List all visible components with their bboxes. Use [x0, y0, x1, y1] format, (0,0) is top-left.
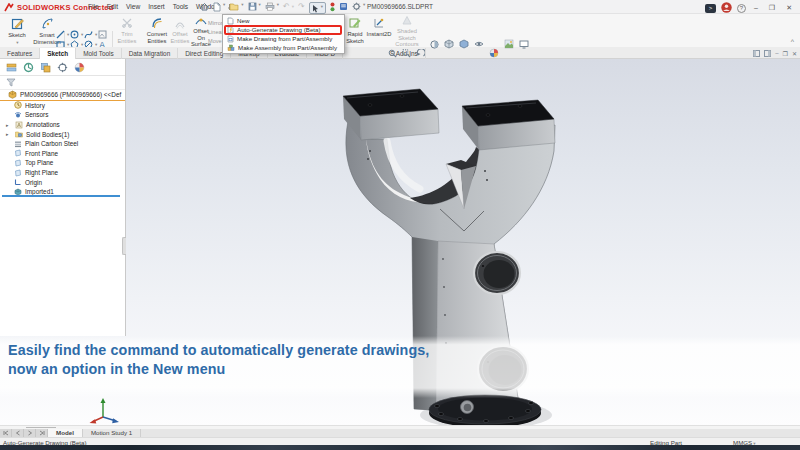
trim-entities-icon: [121, 17, 133, 29]
new-flyout-menu: New Auto-Generate Drawing (Beta) Make Dr…: [222, 14, 345, 54]
tree-item-annotations[interactable]: Annotations: [0, 120, 125, 130]
pane-left-icon[interactable]: [753, 50, 760, 57]
trim-entities-tool[interactable]: Trim Entities: [113, 17, 141, 44]
manager-pane-tabs: [0, 59, 125, 76]
rapid-sketch-tool[interactable]: Rapid Sketch: [344, 17, 366, 44]
help-icon[interactable]: ?: [737, 4, 746, 13]
tree-item-front-plane[interactable]: Front Plane: [0, 149, 125, 159]
motion-study-tab[interactable]: Motion Study 1: [83, 429, 141, 437]
auto-generate-drawing-icon: [227, 26, 234, 34]
plane-icon: [14, 169, 22, 177]
dimxpert-manager-tab-icon[interactable]: [57, 62, 68, 73]
configuration-manager-tab-icon[interactable]: [40, 62, 51, 73]
tree-item-right-plane[interactable]: Right Plane: [0, 168, 125, 178]
instant2d-tool[interactable]: Instant2D: [366, 17, 392, 38]
feature-manager-tab-icon[interactable]: [6, 62, 17, 73]
tab-sketch[interactable]: Sketch: [40, 48, 76, 59]
make-drawing-icon: [227, 35, 234, 43]
convert-entities-icon: [151, 17, 163, 29]
previous-view-icon[interactable]: [416, 49, 425, 58]
tab-scroll-last-button[interactable]: [36, 429, 48, 437]
linear-sketch-pattern-tool[interactable]: Linear Sketch Pattern: [206, 28, 223, 37]
menu-item-auto-generate-drawing[interactable]: Auto-Generate Drawing (Beta): [223, 25, 344, 34]
panel-splitter-handle[interactable]: [122, 237, 126, 255]
zoom-to-area-icon[interactable]: [402, 49, 411, 58]
pane-right-icon[interactable]: [764, 50, 771, 57]
command-manager-ribbon: Sketch Smart Dimension A Trim E: [0, 14, 800, 47]
caption-overlay: Easily find the command to automatically…: [0, 336, 800, 398]
circle-tool[interactable]: [70, 30, 83, 39]
tab-scroll-prev-button[interactable]: [12, 429, 24, 437]
menu-item-make-drawing[interactable]: Make Drawing from Part/Assembly: [223, 34, 344, 43]
menu-item-new[interactable]: New: [223, 16, 344, 25]
collapse-ribbon-icon[interactable]: ^: [791, 38, 794, 45]
zoom-to-fit-icon[interactable]: [388, 49, 397, 58]
tree-item-top-plane[interactable]: Top Plane: [0, 158, 125, 168]
tab-scroll-next-button[interactable]: [24, 429, 36, 437]
pattern-tools-stack: Mirror Entities Linear Sketch Pattern Mo…: [206, 19, 223, 46]
tree-item-history[interactable]: History: [0, 101, 125, 111]
filter-funnel-icon: [6, 78, 16, 87]
sketch-picture-tool[interactable]: [98, 30, 107, 39]
doc-restore-icon[interactable]: ❐: [783, 50, 788, 57]
material-icon: [14, 140, 22, 148]
sketch-icon: [11, 17, 24, 30]
tab-features[interactable]: Features: [0, 48, 40, 59]
plane-icon: [14, 149, 22, 157]
make-assembly-icon: [227, 44, 235, 52]
edit-appearance-icon[interactable]: [489, 48, 499, 58]
tab-data-migration[interactable]: Data Migration: [122, 48, 179, 59]
tree-item-material[interactable]: Plain Carbon Steel: [0, 139, 125, 149]
solidworks-window: SOLIDWORKS Connected File Edit View Inse…: [0, 0, 800, 450]
move-entities-tool[interactable]: Move Entities: [206, 37, 223, 46]
sensors-icon: [14, 111, 22, 119]
close-button[interactable]: ✕: [783, 1, 795, 14]
user-avatar[interactable]: [721, 2, 732, 13]
doc-minimize-icon[interactable]: –: [775, 50, 778, 56]
origin-icon: [14, 178, 22, 186]
shaded-sketch-contours-tool[interactable]: Shaded Sketch Contours: [392, 15, 422, 47]
part-icon: [8, 90, 17, 99]
title-bar: SOLIDWORKS Connected File Edit View Inse…: [0, 0, 800, 14]
instant2d-icon: [373, 17, 385, 29]
menu-item-make-assembly[interactable]: Make Assembly from Part/Assembly: [223, 43, 344, 52]
property-manager-tab-icon[interactable]: [23, 62, 34, 73]
caption-line-2: now an option in the New menu: [8, 360, 429, 379]
expand-icon[interactable]: [6, 122, 12, 128]
expand-icon[interactable]: [6, 131, 12, 137]
tree-item-solid-bodies[interactable]: Solid Bodies(1): [0, 129, 125, 139]
restore-button[interactable]: ❐: [766, 1, 778, 14]
tab-mold-tools[interactable]: Mold Tools: [76, 48, 121, 59]
tree-root-part[interactable]: PM00969666 (PM00969666) <<Def: [0, 90, 125, 100]
caption-text: Easily find the command to automatically…: [8, 341, 429, 379]
smart-dimension-icon: [41, 17, 54, 30]
heads-up-toolbar: [388, 47, 529, 59]
annotations-icon: [15, 121, 23, 129]
caption-line-1: Easily find the command to automatically…: [8, 341, 429, 360]
document-title: PM00969666.SLDPRT: [0, 0, 800, 14]
tree-item-sensors[interactable]: Sensors: [0, 110, 125, 120]
doc-close-icon[interactable]: ✕: [792, 50, 797, 57]
history-icon: [14, 101, 22, 109]
tree-item-origin[interactable]: Origin: [0, 177, 125, 187]
spline-tool[interactable]: [84, 30, 97, 39]
rapid-sketch-icon: [349, 17, 361, 29]
model-tab[interactable]: Model: [48, 429, 83, 437]
line-tool[interactable]: [56, 30, 69, 39]
plane-icon: [14, 159, 22, 167]
mirror-entities-tool[interactable]: Mirror Entities: [206, 19, 223, 28]
status-bar: Auto-Generate Drawing (Beta) Editing Par…: [0, 437, 800, 445]
upper-boss: [474, 252, 520, 294]
rollback-bar[interactable]: [2, 195, 120, 197]
sketch-tool[interactable]: Sketch: [4, 17, 30, 46]
tree-filter[interactable]: [0, 76, 125, 90]
tab-scroll-first-button[interactable]: [0, 429, 12, 437]
video-timeline-strip: [0, 445, 800, 450]
minimize-button[interactable]: –: [751, 1, 761, 14]
solid-bodies-folder-icon: [15, 130, 23, 138]
new-document-icon: [227, 17, 234, 25]
orientation-triad: [88, 394, 124, 426]
display-manager-tab-icon[interactable]: [74, 62, 85, 73]
console-prompt-icon[interactable]: >: [705, 4, 716, 13]
feature-manager-panel: PM00969666 (PM00969666) <<Def History Se…: [0, 59, 126, 336]
